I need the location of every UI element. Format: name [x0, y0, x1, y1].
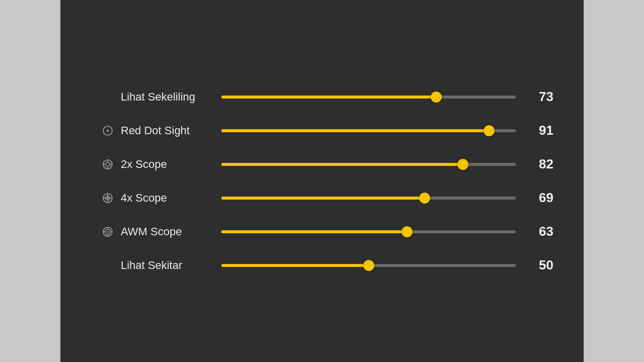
label-area-2x-scope: 2x Scope [101, 157, 211, 171]
slider-4x-scope[interactable] [221, 193, 516, 203]
track-lihat-sekeliling [221, 96, 516, 99]
label-area-lihat-sekitar: Lihat Sekitar [101, 259, 211, 272]
right-panel [584, 0, 644, 362]
value-4x-scope: 69 [526, 190, 553, 206]
slider-lihat-sekitar[interactable] [221, 260, 516, 270]
track-2x-scope [221, 163, 516, 166]
label-4x-scope: 4x Scope [121, 192, 167, 205]
fill-lihat-sekitar [221, 264, 369, 267]
slider-lihat-sekeliling[interactable] [221, 92, 516, 102]
thumb-2x-scope[interactable] [457, 159, 468, 170]
label-2x-scope: 2x Scope [121, 158, 167, 171]
value-2x-scope: 82 [526, 156, 553, 172]
slider-awm-scope[interactable] [221, 227, 516, 237]
thumb-awm-scope[interactable] [401, 226, 413, 237]
label-lihat-sekitar: Lihat Sekitar [121, 259, 182, 272]
icon-red-dot [101, 124, 115, 138]
svg-point-3 [106, 162, 110, 166]
thumb-lihat-sekeliling[interactable] [431, 92, 442, 103]
row-lihat-sekitar: Lihat Sekitar50 [101, 257, 553, 273]
fill-awm-scope [221, 230, 407, 233]
fill-4x-scope [221, 197, 425, 200]
value-awm-scope: 63 [526, 224, 553, 239]
main-content: Lihat Sekeliling73 Red Dot Sight91 2x Sc… [60, 0, 584, 362]
label-area-awm-scope: AWM Scope [101, 225, 211, 239]
label-lihat-sekeliling: Lihat Sekeliling [121, 90, 195, 104]
value-red-dot-sight: 91 [526, 123, 553, 138]
label-red-dot-sight: Red Dot Sight [121, 124, 190, 137]
row-awm-scope: AWM Scope63 [101, 224, 553, 239]
row-red-dot-sight: Red Dot Sight91 [101, 123, 553, 138]
icon-scope-2x [101, 157, 115, 171]
row-lihat-sekeliling: Lihat Sekeliling73 [101, 89, 553, 105]
fill-2x-scope [221, 163, 463, 166]
icon-scope-awm [101, 225, 115, 239]
label-area-red-dot-sight: Red Dot Sight [101, 124, 211, 138]
track-awm-scope [221, 230, 516, 233]
slider-red-dot-sight[interactable] [221, 126, 516, 136]
thumb-red-dot-sight[interactable] [484, 125, 495, 136]
value-lihat-sekitar: 50 [526, 257, 553, 273]
svg-point-1 [107, 130, 109, 132]
fill-lihat-sekeliling [221, 96, 436, 99]
fill-red-dot-sight [221, 129, 489, 132]
label-area-4x-scope: 4x Scope [101, 191, 211, 205]
thumb-4x-scope[interactable] [419, 193, 430, 204]
track-4x-scope [221, 197, 516, 200]
value-lihat-sekeliling: 73 [526, 89, 553, 105]
label-awm-scope: AWM Scope [121, 225, 182, 238]
icon-scope-4x [101, 191, 115, 205]
left-panel [0, 0, 60, 362]
row-4x-scope: 4x Scope69 [101, 190, 553, 206]
thumb-lihat-sekitar[interactable] [363, 260, 374, 271]
label-area-lihat-sekeliling: Lihat Sekeliling [101, 90, 211, 104]
row-2x-scope: 2x Scope82 [101, 156, 553, 172]
track-red-dot-sight [221, 129, 516, 132]
svg-point-14 [107, 231, 109, 232]
track-lihat-sekitar [221, 264, 516, 267]
slider-2x-scope[interactable] [221, 159, 516, 169]
